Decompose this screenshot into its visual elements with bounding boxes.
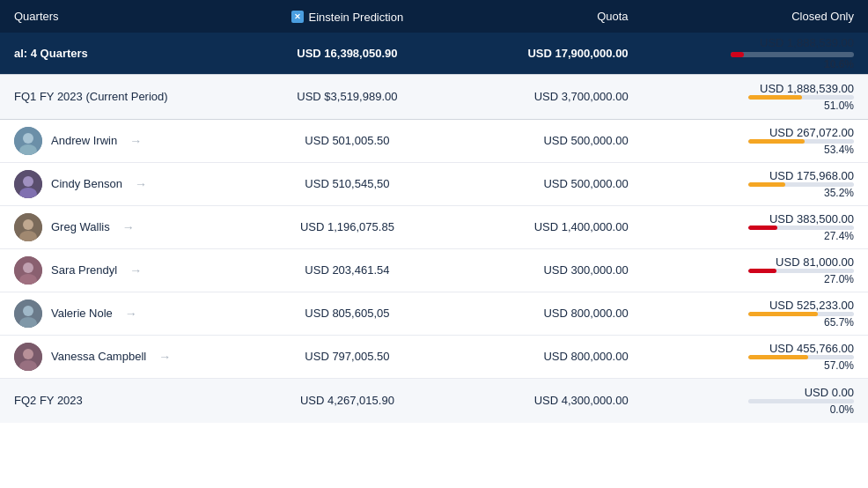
total-closed-value: USD 1,888,539.00 [657,36,854,49]
header-einstein: ✕ Einstein Prediction [243,0,452,33]
person-einstein: USD 501,005.50 [243,119,452,162]
person-closed: USD 175,968.00 35.2% [643,162,868,205]
person-name-cell: Greg Wallis → [0,205,243,248]
person-einstein: USD 510,545,50 [243,162,452,205]
table-row: Sara Prendyl → USD 203,461.54 USD 300,00… [0,248,868,292]
person-name-cell: Andrew Irwin → [0,119,243,162]
main-table-container: Quarters ✕ Einstein Prediction Quota Clo… [0,0,868,488]
navigate-arrow-icon[interactable]: → [135,177,147,191]
svg-point-1 [23,133,33,144]
person-einstein: USD 805,605,05 [243,292,452,335]
person-einstein: USD 203,461.54 [243,248,452,292]
table-row: Valerie Nole → USD 805,605,05 USD 800,00… [0,292,868,335]
fq1-closed-value: USD 1,888,539.00 [760,82,854,95]
person-name-cell: Valerie Nole → [0,292,243,335]
navigate-arrow-icon[interactable]: → [129,263,142,277]
fq2-closed: USD 0.00 0.0% [643,378,868,423]
person-name: Vanessa Campbell [51,350,146,363]
svg-point-7 [23,219,33,230]
person-einstein: USD 1,196,075.85 [243,205,452,248]
person-einstein: USD 797,005.50 [243,335,452,378]
fq2-closed-value: USD 0.00 [805,386,854,399]
svg-point-16 [23,349,33,359]
total-label: al: 4 Quarters [0,33,243,75]
person-closed: USD 267,072.00 53.4% [643,119,868,162]
avatar [14,213,42,241]
total-row: al: 4 Quarters USD 16,398,050.90 USD 17,… [0,33,868,75]
person-quota: USD 800,000.00 [452,335,643,378]
fq2-label: FQ2 FY 2023 [0,378,243,423]
fq2-quota: USD 4,300,000.00 [452,378,643,423]
svg-point-4 [23,176,33,187]
navigate-arrow-icon[interactable]: → [158,350,171,364]
person-name-cell: Cindy Benson → [0,162,243,205]
table-header-row: Quarters ✕ Einstein Prediction Quota Clo… [0,0,868,33]
avatar [14,299,42,328]
svg-point-13 [23,306,33,316]
avatar [14,127,42,155]
table-row: Cindy Benson → USD 510,545,50 USD 500,00… [0,162,868,205]
navigate-arrow-icon[interactable]: → [122,220,135,234]
person-quota: USD 500,000.00 [452,119,643,162]
avatar [14,343,42,371]
table-row: Vanessa Campbell → USD 797,005.50 USD 80… [0,335,868,378]
fq2-einstein: USD 4,267,015.90 [243,378,452,423]
fq1-einstein: USD $3,519,989.00 [243,74,452,119]
header-quota: Quota [452,0,643,33]
fq2-closed-pct: 0.0% [830,403,854,416]
fq1-closed: USD 1,888,539.00 51.0% [643,74,868,119]
einstein-icon: ✕ [291,11,304,23]
fq1-quota: USD 3,700,000.00 [452,74,643,119]
total-closed: USD 1,888,539.00 10.6% [643,33,868,75]
table-row: Greg Wallis → USD 1,196,075.85 USD 1,400… [0,205,868,248]
person-name: Greg Wallis [51,220,110,233]
total-closed-pct: 10.6% [657,58,854,70]
avatar [14,256,42,285]
person-quota: USD 300,000.00 [452,248,643,292]
person-quota: USD 500,000.00 [452,162,643,205]
person-closed: USD 383,500.00 27.4% [643,205,868,248]
table-row: Andrew Irwin → USD 501,005.50 USD 500,00… [0,119,868,162]
navigate-arrow-icon[interactable]: → [129,134,142,148]
fq1-section-row: FQ1 FY 2023 (Current Period) USD $3,519,… [0,74,868,119]
fq2-section-row: FQ2 FY 2023 USD 4,267,015.90 USD 4,300,0… [0,378,868,423]
person-name: Sara Prendyl [51,263,117,277]
avatar [14,170,42,198]
navigate-arrow-icon[interactable]: → [125,307,137,321]
header-quarters: Quarters [0,0,243,33]
header-closed: Closed Only [643,0,868,33]
person-closed: USD 455,766.00 57.0% [643,335,868,378]
fq1-closed-pct: 51.0% [824,100,854,112]
person-name: Andrew Irwin [51,134,117,147]
fq1-label: FQ1 FY 2023 (Current Period) [0,74,243,119]
svg-point-10 [23,262,33,273]
total-quota: USD 17,900,000.00 [452,33,643,75]
person-quota: USD 1,400,000.00 [452,205,643,248]
person-closed: USD 525,233.00 65.7% [643,292,868,335]
person-closed: USD 81,000.00 27.0% [643,248,868,292]
person-quota: USD 800,000.00 [452,292,643,335]
person-name: Valerie Nole [51,307,113,320]
person-name-cell: Vanessa Campbell → [0,335,243,378]
person-name-cell: Sara Prendyl → [0,248,243,292]
total-einstein: USD 16,398,050.90 [243,33,452,75]
person-name: Cindy Benson [51,177,122,190]
